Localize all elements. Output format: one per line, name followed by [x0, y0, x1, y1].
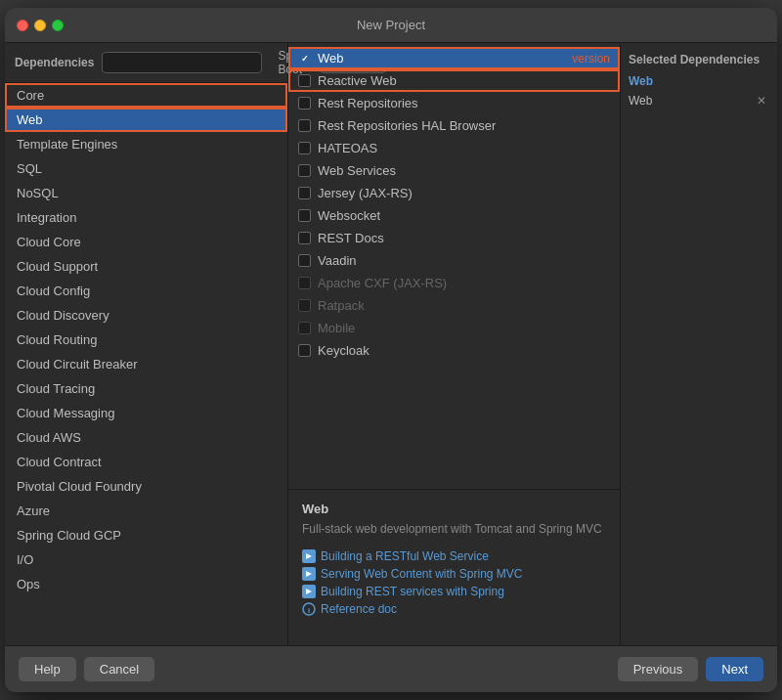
bottom-bar: Help Cancel Previous Next — [5, 645, 777, 692]
sidebar-item-web[interactable]: Web — [5, 108, 287, 132]
middle-panel: Web version Reactive Web Rest Repositori… — [288, 43, 621, 645]
svg-marker-0 — [306, 553, 312, 559]
dependencies-label: Dependencies — [15, 56, 94, 69]
dep-item-ratpack: Ratpack — [288, 294, 620, 317]
sidebar-item-sql[interactable]: SQL — [5, 156, 287, 181]
dep-checkbox-websocket[interactable] — [298, 209, 311, 222]
sidebar-item-azure[interactable]: Azure — [5, 499, 287, 523]
description-title: Web — [302, 502, 606, 516]
dep-checkbox-rest-repositories[interactable] — [298, 97, 311, 109]
help-button[interactable]: Help — [19, 657, 76, 681]
categories-list: Core Web Template Engines SQL NoSQL Inte… — [5, 83, 287, 645]
dep-checkbox-web-services[interactable] — [298, 164, 311, 177]
dep-item-hateoas[interactable]: HATEOAS — [288, 137, 620, 159]
sidebar-item-template-engines[interactable]: Template Engines — [5, 132, 287, 156]
links-area: Building a RESTful Web Service Serving W… — [302, 549, 606, 616]
dep-checkbox-reactive-web[interactable] — [298, 74, 311, 87]
dep-item-rest-docs[interactable]: REST Docs — [288, 227, 620, 249]
dep-label-rest-docs: REST Docs — [318, 231, 384, 245]
dep-checkbox-jersey[interactable] — [298, 187, 311, 199]
sidebar-item-integration[interactable]: Integration — [5, 205, 287, 230]
dep-checkbox-rest-docs[interactable] — [298, 232, 311, 244]
dep-checkbox-mobile — [298, 322, 311, 334]
top-controls: Dependencies Spring Boot 2.1.1 2.0.7 1.5… — [5, 43, 287, 83]
next-button[interactable]: Next — [706, 657, 763, 681]
main-content: Dependencies Spring Boot 2.1.1 2.0.7 1.5… — [5, 43, 777, 645]
close-button[interactable] — [17, 20, 28, 31]
guide-icon-2 — [302, 567, 316, 581]
dep-item-vaadin[interactable]: Vaadin — [288, 249, 620, 272]
window-title: New Project — [357, 18, 425, 32]
sidebar-item-cloud-tracing[interactable]: Cloud Tracing — [5, 376, 287, 401]
dep-item-web-services[interactable]: Web Services — [288, 159, 620, 182]
sidebar-item-core[interactable]: Core — [5, 83, 287, 108]
dep-version-web: version — [572, 52, 610, 66]
sidebar-item-cloud-aws[interactable]: Cloud AWS — [5, 425, 287, 450]
dep-label-hateoas: HATEOAS — [318, 141, 377, 155]
dep-item-reactive-web[interactable]: Reactive Web — [288, 69, 620, 92]
previous-button[interactable]: Previous — [618, 657, 699, 681]
dep-label-apache-cxf: Apache CXF (JAX-RS) — [318, 276, 447, 290]
link-serving-web[interactable]: Serving Web Content with Spring MVC — [302, 567, 606, 581]
dep-checkbox-hateoas[interactable] — [298, 142, 311, 154]
dep-checkbox-apache-cxf — [298, 277, 311, 289]
sidebar-item-nosql[interactable]: NoSQL — [5, 181, 287, 205]
dep-item-jersey[interactable]: Jersey (JAX-RS) — [288, 182, 620, 204]
dep-label-web-services: Web Services — [318, 163, 396, 178]
dep-item-websocket[interactable]: Websocket — [288, 204, 620, 227]
description-area: Web Full-stack web development with Tomc… — [288, 489, 620, 645]
dep-item-keycloak[interactable]: Keycloak — [288, 339, 620, 362]
dep-label-websocket: Websocket — [318, 208, 380, 223]
dep-item-rest-repositories[interactable]: Rest Repositories — [288, 92, 620, 114]
selected-dep-entry-web: Web ✕ — [629, 92, 769, 109]
selected-deps-title: Selected Dependencies — [629, 53, 769, 66]
description-text: Full-stack web development with Tomcat a… — [302, 520, 606, 538]
sidebar-item-cloud-contract[interactable]: Cloud Contract — [5, 450, 287, 474]
link-reference-doc[interactable]: i Reference doc — [302, 602, 606, 616]
link-building-rest[interactable]: Building REST services with Spring — [302, 585, 606, 598]
dependencies-list: Web version Reactive Web Rest Repositori… — [288, 43, 620, 489]
sidebar-item-cloud-config[interactable]: Cloud Config — [5, 279, 287, 303]
guide-icon-3 — [302, 585, 316, 598]
search-input[interactable] — [102, 52, 262, 73]
cancel-button[interactable]: Cancel — [84, 657, 154, 681]
svg-marker-1 — [306, 571, 312, 577]
sidebar-item-cloud-routing[interactable]: Cloud Routing — [5, 328, 287, 352]
dep-checkbox-rest-hal[interactable] — [298, 119, 311, 132]
ref-doc-icon: i — [302, 602, 316, 616]
sidebar-item-cloud-circuit-breaker[interactable]: Cloud Circuit Breaker — [5, 352, 287, 376]
dep-item-rest-hal[interactable]: Rest Repositories HAL Browser — [288, 114, 620, 137]
minimize-button[interactable] — [34, 20, 46, 31]
sidebar-item-cloud-discovery[interactable]: Cloud Discovery — [5, 303, 287, 328]
sidebar-item-ops[interactable]: Ops — [5, 572, 287, 596]
sidebar-item-io[interactable]: I/O — [5, 547, 287, 572]
dep-label-jersey: Jersey (JAX-RS) — [318, 186, 413, 200]
new-project-window: New Project Dependencies Spring Boot 2.1… — [5, 8, 777, 692]
right-panel: Selected Dependencies Web Web ✕ — [621, 43, 777, 645]
selected-dep-group-title: Web — [629, 74, 769, 88]
dep-label-web: Web — [318, 51, 344, 66]
link-building-restful[interactable]: Building a RESTful Web Service — [302, 549, 606, 563]
dep-item-web[interactable]: Web version — [288, 47, 620, 69]
sidebar-item-cloud-support[interactable]: Cloud Support — [5, 254, 287, 279]
dep-checkbox-keycloak[interactable] — [298, 344, 311, 357]
svg-marker-2 — [306, 589, 312, 594]
svg-text:i: i — [308, 606, 310, 615]
dep-label-vaadin: Vaadin — [318, 253, 357, 268]
traffic-lights — [17, 20, 64, 31]
sidebar-item-cloud-core[interactable]: Cloud Core — [5, 230, 287, 254]
guide-icon-1 — [302, 549, 316, 563]
dep-checkbox-ratpack — [298, 299, 311, 312]
sidebar-item-spring-cloud-gcp[interactable]: Spring Cloud GCP — [5, 523, 287, 547]
dep-label-reactive-web: Reactive Web — [318, 73, 397, 88]
remove-dep-web-button[interactable]: ✕ — [754, 94, 769, 108]
dep-label-keycloak: Keycloak — [318, 343, 369, 358]
dep-checkbox-vaadin[interactable] — [298, 254, 311, 267]
selected-dep-group-web: Web Web ✕ — [629, 74, 769, 109]
sidebar-item-pivotal-cloud-foundry[interactable]: Pivotal Cloud Foundry — [5, 474, 287, 499]
sidebar-item-cloud-messaging[interactable]: Cloud Messaging — [5, 401, 287, 425]
maximize-button[interactable] — [52, 20, 64, 31]
bottom-right-buttons: Previous Next — [618, 657, 763, 681]
dep-checkbox-web[interactable] — [298, 52, 311, 65]
selected-dep-name-web: Web — [629, 94, 652, 108]
